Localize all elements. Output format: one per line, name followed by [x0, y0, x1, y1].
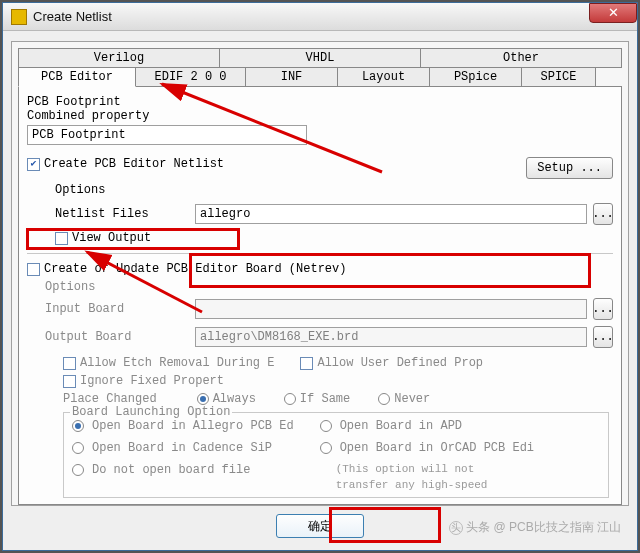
label-open-orcad: Open Board in OrCAD PCB Edi — [340, 441, 534, 455]
input-output-board: allegro\DM8168_EXE.brd — [195, 327, 587, 347]
tab-content: PCB Footprint Combined property PCB Foot… — [18, 86, 622, 505]
watermark-icon: 头 — [449, 521, 463, 535]
tab-layout[interactable]: Layout — [338, 67, 430, 87]
checkbox-allow-user[interactable] — [300, 357, 313, 370]
label-view-output: View Output — [72, 231, 151, 245]
app-icon — [11, 9, 27, 25]
footer: 确定 头头条 @ PCB比技之指南 江山 — [11, 506, 629, 546]
label-input-board: Input Board — [45, 302, 195, 316]
tab-other[interactable]: Other — [421, 48, 622, 68]
input-input-board — [195, 299, 587, 319]
watermark: 头头条 @ PCB比技之指南 江山 — [446, 519, 621, 536]
tab-pcb-editor[interactable]: PCB Editor — [18, 67, 136, 87]
input-footprint[interactable]: PCB Footprint — [27, 125, 307, 145]
window-title: Create Netlist — [33, 9, 112, 24]
tab-pspice[interactable]: PSpice — [430, 67, 522, 87]
radio-always[interactable] — [197, 393, 209, 405]
label-output-board: Output Board — [45, 330, 195, 344]
label-open-cadence: Open Board in Cadence SiP — [92, 441, 272, 455]
label-update-options: Options — [45, 280, 613, 294]
label-never: Never — [394, 392, 430, 406]
label-always: Always — [213, 392, 256, 406]
label-open-allegro: Open Board in Allegro PCB Ed — [92, 419, 294, 433]
radio-open-cadence[interactable] — [72, 442, 84, 454]
window: Create Netlist ✕ Verilog VHDL Other PCB … — [2, 2, 638, 551]
checkbox-allow-etch[interactable] — [63, 357, 76, 370]
radio-open-allegro[interactable] — [72, 420, 84, 432]
checkbox-update-board[interactable] — [27, 263, 40, 276]
checkbox-view-output[interactable] — [55, 232, 68, 245]
client-area: Verilog VHDL Other PCB Editor EDIF 2 0 0… — [3, 31, 637, 550]
input-netlist-files[interactable]: allegro — [195, 204, 587, 224]
browse-output-board-button[interactable]: ... — [593, 326, 613, 348]
label-netlist-files: Netlist Files — [55, 207, 195, 221]
titlebar: Create Netlist ✕ — [3, 3, 637, 31]
checkbox-create-netlist[interactable] — [27, 158, 40, 171]
close-button[interactable]: ✕ — [589, 3, 637, 23]
tab-host: Verilog VHDL Other PCB Editor EDIF 2 0 0… — [11, 41, 629, 506]
ok-button[interactable]: 确定 — [276, 514, 364, 538]
label-ignore-fixed: Ignore Fixed Propert — [80, 374, 224, 388]
label-if-same: If Same — [300, 392, 350, 406]
tab-row-bottom: PCB Editor EDIF 2 0 0 INF Layout PSpice … — [18, 67, 622, 87]
radio-do-not-open[interactable] — [72, 464, 84, 476]
setup-button[interactable]: Setup ... — [526, 157, 613, 179]
radio-if-same[interactable] — [284, 393, 296, 405]
tab-edif200[interactable]: EDIF 2 0 0 — [136, 67, 246, 87]
label-create-options: Options — [55, 183, 613, 197]
label-allow-user: Allow User Defined Prop — [317, 356, 483, 370]
label-open-apd: Open Board in APD — [340, 419, 462, 433]
label-board-launching: Board Launching Option — [70, 405, 232, 419]
browse-input-board-button[interactable]: ... — [593, 298, 613, 320]
note-1: (This option will not — [336, 463, 534, 475]
radio-open-apd[interactable] — [320, 420, 332, 432]
tab-row-top: Verilog VHDL Other — [18, 48, 622, 68]
label-combined: Combined property — [27, 109, 613, 123]
label-footprint: PCB Footprint — [27, 95, 613, 109]
tab-inf[interactable]: INF — [246, 67, 338, 87]
checkbox-ignore-fixed[interactable] — [63, 375, 76, 388]
radio-open-orcad[interactable] — [320, 442, 332, 454]
label-do-not-open: Do not open board file — [92, 463, 250, 477]
label-place-changed: Place Changed — [63, 392, 157, 406]
note-2: transfer any high-speed — [336, 479, 534, 491]
browse-netlist-files-button[interactable]: ... — [593, 203, 613, 225]
tab-spice[interactable]: SPICE — [522, 67, 596, 87]
label-allow-etch: Allow Etch Removal During E — [80, 356, 274, 370]
radio-never[interactable] — [378, 393, 390, 405]
tab-vhdl[interactable]: VHDL — [220, 48, 421, 68]
label-create-netlist: Create PCB Editor Netlist — [44, 157, 224, 171]
label-update-board: Create or Update PCB Editor Board (Netre… — [44, 262, 346, 276]
tab-verilog[interactable]: Verilog — [18, 48, 220, 68]
